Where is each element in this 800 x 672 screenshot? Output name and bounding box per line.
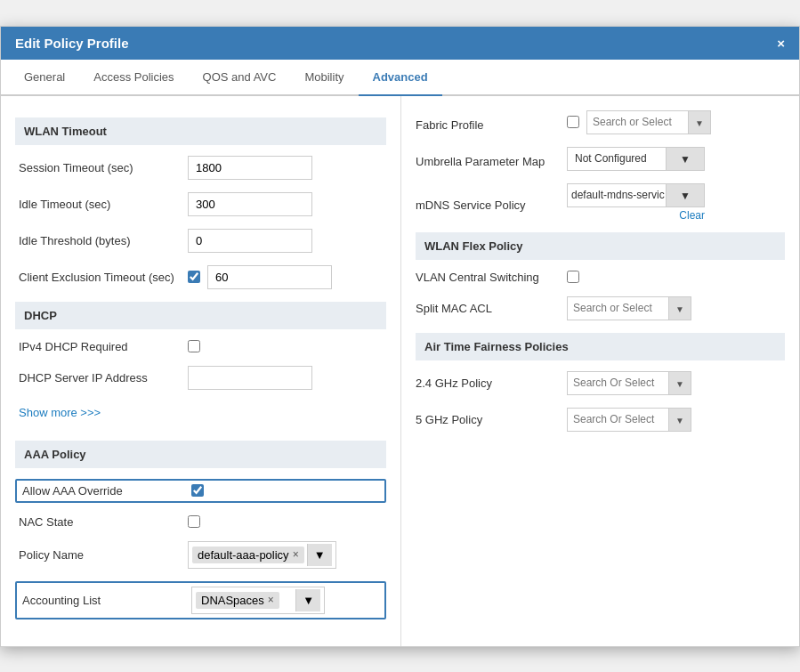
policy-name-label: Policy Name (19, 548, 188, 562)
policy-name-tag: default-aaa-policy × (192, 547, 304, 563)
policy-name-row: Policy Name default-aaa-policy × ▼ (15, 541, 386, 569)
accounting-list-row: Accounting List DNASpaces × ▼ (15, 581, 386, 619)
policy-name-remove[interactable]: × (293, 548, 299, 561)
wlan-flex-header: WLAN Flex Policy (416, 232, 785, 260)
fabric-profile-checkbox[interactable] (567, 116, 579, 128)
mdns-select: default-mdns-servic ▼ (567, 183, 705, 207)
airtime-header: Air Time Fairness Policies (416, 333, 785, 360)
tab-qos-avc[interactable]: QOS and AVC (189, 60, 291, 96)
chevron-down-icon: ▼ (675, 304, 684, 314)
dhcp-server-input[interactable] (188, 366, 312, 390)
policy-name-select: default-aaa-policy × ▼ (188, 541, 336, 569)
umbrella-select: Not Configured ▼ (567, 147, 705, 171)
client-exclusion-checkbox[interactable] (188, 271, 200, 283)
ipv4-dhcp-checkbox[interactable] (188, 340, 200, 352)
session-timeout-input[interactable] (188, 156, 312, 180)
close-button[interactable]: × (777, 36, 785, 51)
ghz5-row: 5 GHz Policy ▼ (416, 408, 785, 432)
vlan-central-label: VLAN Central Switching (416, 271, 567, 284)
right-panel: Fabric Profile ▼ Umbrella Parameter Map … (401, 96, 799, 646)
idle-timeout-row: Idle Timeout (sec) (15, 192, 386, 216)
chevron-down-icon: ▼ (303, 594, 314, 607)
idle-threshold-label: Idle Threshold (bytes) (19, 234, 188, 247)
accounting-list-tag: DNASpaces × (196, 592, 279, 609)
umbrella-value: Not Configured (568, 148, 666, 169)
session-timeout-row: Session Timeout (sec) (15, 156, 386, 180)
allow-aaa-row: Allow AAA Override (15, 479, 386, 503)
umbrella-label: Umbrella Parameter Map (416, 150, 567, 168)
dhcp-server-row: DHCP Server IP Address (15, 366, 386, 390)
ghz24-select: ▼ (567, 371, 691, 395)
ghz24-row: 2.4 GHz Policy ▼ (416, 371, 785, 395)
fabric-row: ▼ (567, 110, 711, 134)
show-more-link[interactable]: Show more >>> (15, 402, 386, 433)
accounting-list-select: DNASpaces × ▼ (191, 587, 325, 614)
mdns-clear-button[interactable]: Clear (679, 209, 705, 222)
wlan-timeout-header: WLAN Timeout (15, 117, 386, 145)
tab-general[interactable]: General (10, 60, 79, 96)
ghz5-input[interactable] (568, 409, 668, 430)
client-exclusion-check-wrap (188, 265, 332, 289)
chevron-down-icon: ▼ (675, 379, 684, 389)
fabric-profile-input[interactable] (587, 111, 688, 133)
ghz5-dropdown[interactable]: ▼ (668, 409, 691, 431)
content-area: WLAN Timeout Session Timeout (sec) Idle … (1, 96, 799, 646)
policy-name-dropdown[interactable]: ▼ (307, 544, 332, 566)
fabric-profile-dropdown[interactable]: ▼ (688, 111, 710, 134)
chevron-down-icon: ▼ (675, 416, 684, 425)
ghz24-label: 2.4 GHz Policy (416, 376, 567, 390)
idle-timeout-label: Idle Timeout (sec) (19, 198, 188, 211)
split-mac-row: Split MAC ACL ▼ (416, 296, 785, 320)
fabric-profile-select: ▼ (586, 110, 711, 134)
idle-threshold-row: Idle Threshold (bytes) (15, 229, 386, 253)
client-exclusion-row: Client Exclusion Timeout (sec) (15, 265, 386, 289)
chevron-down-icon: ▼ (673, 149, 698, 170)
allow-aaa-label: Allow AAA Override (22, 484, 191, 498)
tab-mobility[interactable]: Mobility (290, 60, 358, 96)
ghz5-label: 5 GHz Policy (416, 413, 567, 426)
vlan-central-checkbox[interactable] (567, 271, 579, 283)
mdns-dropdown[interactable]: ▼ (666, 184, 704, 206)
split-mac-label: Split MAC ACL (416, 302, 567, 315)
ghz24-dropdown[interactable]: ▼ (668, 372, 691, 394)
split-mac-input[interactable] (568, 297, 668, 319)
accounting-list-dropdown[interactable]: ▼ (295, 589, 320, 611)
client-exclusion-label: Client Exclusion Timeout (sec) (19, 271, 188, 284)
mdns-row: mDNS Service Policy default-mdns-servic … (416, 183, 785, 222)
modal-title: Edit Policy Profile (15, 36, 129, 51)
mdns-label: mDNS Service Policy (416, 193, 567, 212)
ghz5-select: ▼ (567, 408, 691, 432)
dhcp-server-label: DHCP Server IP Address (19, 371, 188, 385)
fabric-profile-label: Fabric Profile (416, 113, 567, 132)
ghz24-input[interactable] (568, 372, 668, 393)
idle-threshold-input[interactable] (188, 229, 312, 253)
chevron-down-icon: ▼ (673, 185, 698, 206)
idle-timeout-input[interactable] (188, 192, 312, 216)
vlan-central-row: VLAN Central Switching (416, 271, 785, 284)
client-exclusion-input[interactable] (207, 265, 332, 289)
split-mac-select: ▼ (567, 296, 691, 320)
tab-access-policies[interactable]: Access Policies (79, 60, 188, 96)
left-panel: WLAN Timeout Session Timeout (sec) Idle … (1, 96, 401, 646)
aaa-policy-header: AAA Policy (15, 441, 386, 468)
fabric-profile-row: Fabric Profile ▼ (416, 110, 785, 134)
modal-header: Edit Policy Profile × (1, 27, 799, 60)
umbrella-dropdown[interactable]: ▼ (666, 148, 704, 170)
chevron-down-icon: ▼ (695, 118, 704, 128)
mdns-value: default-mdns-servic (568, 184, 666, 206)
ipv4-dhcp-label: IPv4 DHCP Required (19, 340, 188, 353)
umbrella-row: Umbrella Parameter Map Not Configured ▼ (416, 147, 785, 171)
nac-state-checkbox[interactable] (188, 515, 200, 528)
tab-advanced[interactable]: Advanced (359, 60, 442, 96)
ipv4-dhcp-row: IPv4 DHCP Required (15, 340, 386, 353)
chevron-down-icon: ▼ (314, 548, 326, 562)
nac-state-label: NAC State (19, 515, 188, 529)
split-mac-dropdown[interactable]: ▼ (668, 297, 691, 320)
allow-aaa-checkbox[interactable] (191, 484, 204, 497)
session-timeout-label: Session Timeout (sec) (19, 161, 188, 174)
accounting-list-label: Accounting List (22, 594, 191, 607)
dhcp-header: DHCP (15, 302, 386, 329)
nac-state-row: NAC State (15, 515, 386, 529)
accounting-list-remove[interactable]: × (268, 594, 274, 606)
modal: Edit Policy Profile × General Access Pol… (0, 26, 800, 647)
